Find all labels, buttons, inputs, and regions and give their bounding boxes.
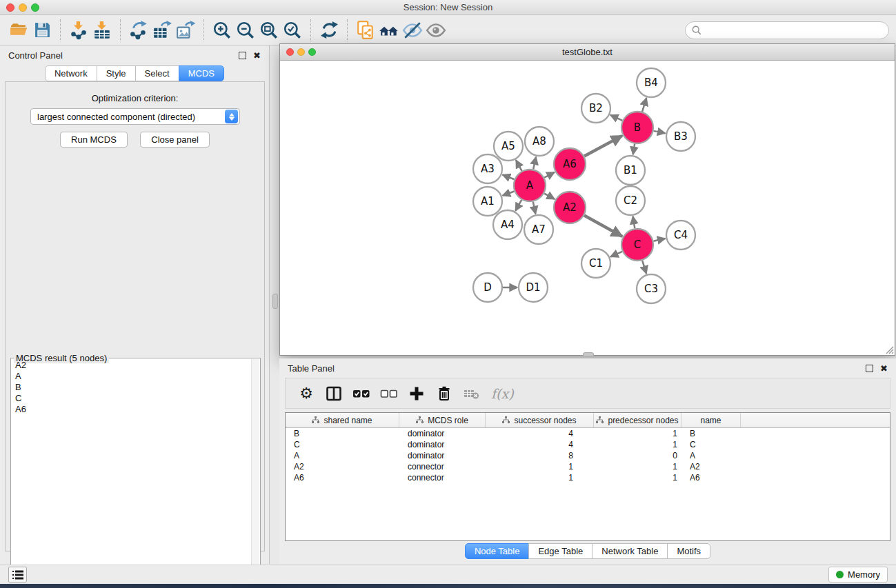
table-row[interactable]: A6connector11A6 [286,472,890,483]
deselect-all-icon[interactable] [377,381,401,406]
minimize-network-window-button[interactable] [297,48,305,56]
mcds-result-item[interactable]: A6 [12,404,251,415]
tab-edge-table[interactable]: Edge Table [528,543,593,559]
export-image-icon[interactable] [174,19,197,42]
tab-mcds[interactable]: MCDS [179,65,224,81]
column-header-shared-name[interactable]: shared name [286,413,399,427]
mcds-result-list[interactable]: A2ABCA6 [12,360,251,587]
mcds-result-item[interactable]: A2 [12,360,251,371]
graph-node-label: C2 [624,194,637,207]
memory-button[interactable]: Memory [828,567,888,582]
node-table-body[interactable]: Bdominator41BCdominator41CAdominator80AA… [286,428,890,483]
desktop-background [0,584,896,588]
desktop-vertical-scrollbar[interactable] [272,294,278,309]
graph-edge-B-B4[interactable] [642,98,646,112]
settings-gear-icon[interactable]: ⚙ [294,381,319,406]
show-all-icon[interactable] [424,19,448,42]
graph-edge-A-A1[interactable] [503,191,515,195]
mcds-list-scrollbar[interactable] [251,359,259,587]
zoom-out-icon[interactable] [234,19,257,42]
graph-edge-A-A4[interactable] [515,200,521,211]
mcds-result-item[interactable]: B [12,382,251,393]
column-header-name[interactable]: name [681,413,741,427]
zoom-fit-icon[interactable] [257,19,281,42]
close-network-window-button[interactable] [286,48,294,56]
graph-edge-C-C1[interactable] [610,252,622,257]
graph-edge-B-B3[interactable] [654,131,666,134]
zoom-in-icon[interactable] [210,19,234,42]
table-row[interactable]: Bdominator41B [286,428,890,439]
search-text-field[interactable] [705,25,882,35]
table-row[interactable]: Cdominator41C [286,439,890,450]
table-cell: 1 [594,473,681,483]
import-network-icon[interactable] [67,19,90,42]
table-row[interactable]: A2connector11A2 [286,461,890,472]
open-session-icon[interactable] [7,19,30,42]
graph-edge-A-A3[interactable] [502,174,514,179]
graph-edge-A6-B[interactable] [584,136,622,156]
home-icon[interactable] [377,19,401,42]
tab-network[interactable]: Network [45,65,97,81]
graph-edge-A-A7[interactable] [533,202,536,214]
close-panel-button[interactable]: Close panel [140,132,210,148]
save-session-icon[interactable] [30,19,54,42]
maximize-network-window-button[interactable] [308,48,316,56]
task-history-button[interactable] [8,567,27,582]
table-cell: dominator [399,451,486,460]
column-view-icon[interactable] [321,381,346,406]
graph-edge-A-A2[interactable] [544,194,555,199]
table-panel: Table Panel ✖ ⚙ f(x) shared nameMCDS rol… [279,358,896,564]
mcds-result-item[interactable]: C [12,393,251,404]
tab-network-table[interactable]: Network Table [592,543,668,559]
tab-node-table[interactable]: Node Table [465,543,530,559]
add-column-icon[interactable] [404,381,429,406]
resize-grip-icon[interactable] [884,345,894,354]
select-all-icon[interactable] [349,381,374,406]
refresh-icon[interactable] [317,19,341,42]
delete-column-icon[interactable] [432,381,457,406]
export-network-icon[interactable] [127,19,150,42]
graph-edge-A2-C[interactable] [584,216,622,236]
graph-edge-C-C4[interactable] [653,239,665,241]
toolbar-separator [203,19,204,41]
graph-node-label: A3 [481,163,495,175]
column-header-MCDS-role[interactable]: MCDS role [399,413,486,427]
float-panel-icon[interactable] [239,52,246,59]
graph-edge-A-A8[interactable] [533,156,536,169]
tab-style[interactable]: Style [97,65,136,81]
hide-selected-icon[interactable] [401,19,424,42]
column-header-successor-nodes[interactable]: successor nodes [486,413,594,427]
mcds-result-item[interactable]: A [12,371,251,382]
table-toolbar: ⚙ f(x) [285,378,890,409]
maximize-window-button[interactable] [31,3,39,12]
search-input[interactable] [685,21,889,39]
new-network-from-selection-icon[interactable] [354,19,377,42]
desktop-horizontal-scrollbar[interactable] [583,352,594,357]
graph-edge-B-B2[interactable] [610,115,622,121]
graph-edge-C-C3[interactable] [642,261,646,274]
float-table-panel-icon[interactable] [866,365,873,372]
minimize-window-button[interactable] [19,3,27,12]
network-graph-canvas[interactable]: B4B2BB3A8A5A6A3B1AA1C2A2A4A7C4CC1C3DD1 [280,61,895,355]
network-window-titlebar[interactable]: testGlobe.txt [280,44,895,61]
graph-edge-C-C2[interactable] [633,216,635,229]
tab-motifs[interactable]: Motifs [667,543,710,559]
zoom-selected-icon[interactable] [281,19,304,42]
node-table-header[interactable]: shared nameMCDS rolesuccessor nodesprede… [286,413,890,428]
import-table-icon[interactable] [90,19,114,42]
tab-select[interactable]: Select [135,65,179,81]
node-table[interactable]: shared nameMCDS rolesuccessor nodesprede… [285,412,890,541]
close-panel-icon[interactable]: ✖ [253,52,261,59]
graph-node-label: A4 [501,219,515,231]
close-table-panel-icon[interactable]: ✖ [880,365,888,372]
run-mcds-button[interactable]: Run MCDS [60,132,128,148]
graph-edge-A-A6[interactable] [544,172,555,178]
graph-edge-A-A5[interactable] [516,160,522,171]
column-header-predecessor-nodes[interactable]: predecessor nodes [594,413,681,427]
criterion-dropdown[interactable]: largest connected component (directed) [30,108,240,125]
table-row[interactable]: Adominator80A [286,450,890,461]
graph-edge-B-B1[interactable] [633,144,635,155]
close-window-button[interactable] [6,3,14,12]
export-table-icon[interactable] [150,19,174,42]
table-cell: dominator [399,440,486,449]
